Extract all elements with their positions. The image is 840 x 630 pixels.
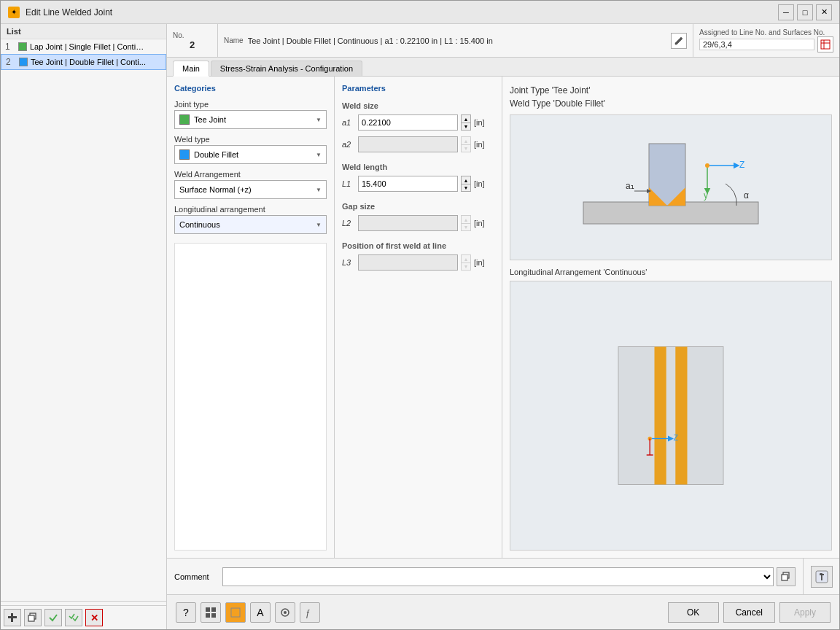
- arrangement-svg: Z: [605, 335, 736, 496]
- app-icon: ✦: [8, 7, 20, 18]
- color-button[interactable]: [225, 602, 246, 623]
- a1-spin-up[interactable]: ▲: [461, 114, 471, 122]
- svg-text:α: α: [744, 190, 749, 201]
- edit-icon: [674, 36, 684, 46]
- l1-spin-up[interactable]: ▲: [461, 176, 471, 184]
- l1-input[interactable]: [358, 176, 458, 192]
- tab-stress[interactable]: Stress-Strain Analysis - Configuration: [211, 61, 362, 76]
- a1-input[interactable]: [358, 114, 458, 131]
- title-bar: ✦ Edit Line Welded Joint ─ □ ✕: [1, 1, 839, 24]
- maximize-button[interactable]: □: [797, 4, 813, 20]
- list-item-text: Tee Joint | Double Fillet | Conti...: [31, 58, 146, 66]
- svg-rect-4: [821, 40, 830, 49]
- a1-unit: [in]: [474, 118, 494, 127]
- l3-row: L3 ▲ ▼ [in]: [342, 254, 494, 271]
- apply-button[interactable]: Apply: [779, 602, 831, 623]
- l2-unit: [in]: [474, 219, 494, 228]
- parameters-title: Parameters: [342, 84, 494, 93]
- longitudinal-group: Longitudinal arrangement Continuous ▼: [174, 205, 327, 234]
- chevron-down-icon: ▼: [316, 187, 322, 193]
- l2-input: [358, 215, 458, 231]
- preview-panel: Joint Type 'Tee Joint' Weld Type 'Double…: [502, 77, 839, 558]
- list-multicheck-button[interactable]: [65, 609, 82, 626]
- joint-type-value: Tee Joint: [194, 115, 311, 124]
- arrangement-diagram: Z: [510, 281, 832, 551]
- weld-type-dropdown[interactable]: Double Fillet ▼: [174, 145, 327, 164]
- bottom-buttons: OK Cancel Apply: [668, 602, 831, 623]
- list-copy-button[interactable]: [24, 609, 42, 626]
- weld-type-value: Double Fillet: [194, 150, 311, 159]
- chevron-down-icon: ▼: [316, 117, 322, 123]
- comment-section: Comment i: [167, 558, 839, 594]
- list-check-button[interactable]: [44, 609, 62, 626]
- weld-arrangement-dropdown[interactable]: Surface Normal (+z) ▼: [174, 180, 327, 199]
- tab-main[interactable]: Main: [173, 61, 209, 77]
- question-button[interactable]: ?: [176, 602, 196, 623]
- info-bar: No. 2 Name Tee Joint | Double Fillet | C…: [167, 24, 839, 58]
- name-edit-button[interactable]: [671, 33, 687, 49]
- svg-rect-37: [231, 608, 240, 617]
- list-items: 1 Lap Joint | Single Fillet | Contin... …: [1, 39, 166, 601]
- grid-icon: [205, 607, 217, 618]
- grid-button[interactable]: [201, 602, 221, 623]
- position-section: Position of first weld at line: [342, 241, 494, 250]
- list-footer: ✕: [1, 605, 166, 629]
- list-delete-button[interactable]: ✕: [85, 609, 103, 626]
- joint-type-dropdown[interactable]: Tee Joint ▼: [174, 110, 327, 129]
- copy-icon: [28, 612, 38, 623]
- assigned-label: Assigned to Line No. and Surfaces No.: [699, 28, 833, 36]
- info-button[interactable]: i: [811, 566, 833, 588]
- a1-spin-down[interactable]: ▼: [461, 122, 471, 131]
- l1-row: L1 ▲ ▼ [in]: [342, 176, 494, 192]
- weld-arrangement-group: Weld Arrangement Surface Normal (+z) ▼: [174, 170, 327, 199]
- bottom-icons: ? A ƒ: [176, 602, 320, 623]
- comment-copy-button[interactable]: [777, 567, 796, 586]
- cancel-button[interactable]: Cancel: [723, 602, 775, 623]
- list-item[interactable]: 1 Lap Joint | Single Fillet | Contin...: [1, 39, 166, 54]
- l3-input: [358, 254, 458, 271]
- longitudinal-dropdown[interactable]: Continuous ▼: [174, 215, 327, 234]
- categories-title: Categories: [174, 84, 327, 93]
- svg-text:ƒ: ƒ: [306, 608, 311, 618]
- arrangement-label: Longitudinal Arrangement 'Continuous': [510, 268, 832, 276]
- a2-row: a2 ▲ ▼ [in]: [342, 136, 494, 152]
- l1-spin-down[interactable]: ▼: [461, 184, 471, 192]
- weld-arrangement-label: Weld Arrangement: [174, 170, 327, 179]
- weld-size-section: Weld size: [342, 101, 494, 110]
- list-item[interactable]: 2 Tee Joint | Double Fillet | Conti...: [1, 54, 166, 70]
- view-button[interactable]: [275, 602, 295, 623]
- svg-text:Z: Z: [739, 160, 744, 170]
- add-icon: [7, 612, 18, 623]
- assigned-select-button[interactable]: [817, 36, 833, 52]
- a2-spin-up: ▲: [461, 136, 471, 144]
- joint-type-info: Joint Type 'Tee Joint' Weld Type 'Double…: [510, 84, 832, 110]
- window: ✦ Edit Line Welded Joint ─ □ ✕ List 1 La…: [0, 0, 840, 630]
- content-area: Categories Joint type Tee Joint ▼ Weld t…: [167, 77, 839, 558]
- svg-rect-36: [211, 613, 216, 618]
- list-add-button[interactable]: [4, 609, 21, 626]
- categories-extra: [174, 243, 327, 551]
- svg-text:y: y: [704, 190, 708, 201]
- svg-text:a₁: a₁: [626, 181, 634, 191]
- func-button[interactable]: ƒ: [300, 602, 320, 623]
- l2-label: L2: [342, 219, 355, 228]
- a1-label: a1: [342, 118, 355, 127]
- a2-spinners: ▲ ▼: [461, 136, 471, 152]
- minimize-button[interactable]: ─: [778, 4, 794, 20]
- ok-button[interactable]: OK: [668, 602, 719, 623]
- l1-spinners: ▲ ▼: [461, 176, 471, 192]
- close-button[interactable]: ✕: [816, 4, 832, 20]
- multicheck-icon: [69, 612, 79, 623]
- svg-point-39: [284, 611, 287, 614]
- a1-spinners: ▲ ▼: [461, 114, 471, 131]
- text-button[interactable]: A: [250, 602, 271, 623]
- a2-input: [358, 136, 458, 152]
- weld-type-label: Weld type: [174, 135, 327, 144]
- l3-spinners: ▲ ▼: [461, 254, 471, 271]
- comment-dropdown[interactable]: [222, 567, 774, 586]
- info-name: Name Tee Joint | Double Fillet | Continu…: [218, 24, 693, 57]
- joint-type-group: Joint type Tee Joint ▼: [174, 100, 327, 129]
- weld-arrangement-value: Surface Normal (+z): [179, 185, 311, 194]
- weld-type-color: [179, 149, 190, 160]
- assigned-input[interactable]: [699, 39, 814, 50]
